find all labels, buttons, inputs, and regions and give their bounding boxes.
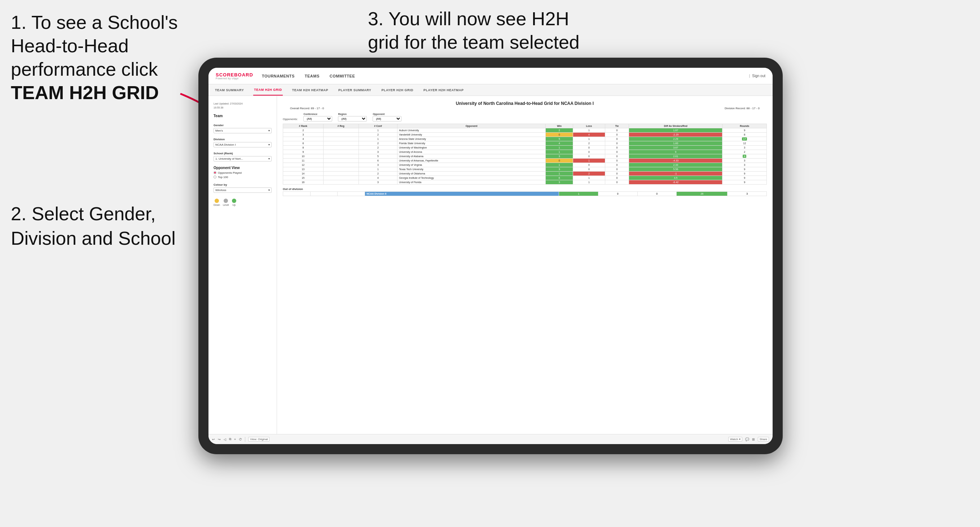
colour-by-section: Colour by Win/loss ▾ bbox=[213, 183, 272, 193]
division-select[interactable]: NCAA Division I ▾ bbox=[213, 142, 272, 148]
cell-conf: 5 bbox=[358, 154, 398, 159]
add-icon[interactable]: + bbox=[234, 438, 236, 441]
watch-button[interactable]: Watch ▾ bbox=[728, 437, 742, 441]
legend-down-label: Down bbox=[213, 204, 220, 206]
table-header-row: # Rank # Reg # Conf Opponent Win Loss Ti… bbox=[283, 124, 767, 128]
cell-opponent: Florida State University bbox=[398, 141, 546, 146]
col-win: Win bbox=[546, 124, 573, 128]
sign-out-button[interactable]: Sign out bbox=[752, 74, 765, 78]
cell-loss: 1 bbox=[573, 137, 605, 141]
nav-committee[interactable]: COMMITTEE bbox=[330, 74, 355, 78]
cell-conf: 2 bbox=[358, 141, 398, 146]
opponent-select[interactable]: (All) bbox=[372, 116, 401, 121]
radio-opponents-played[interactable]: Opponents Played bbox=[213, 171, 272, 175]
cell-conf: 2 bbox=[358, 171, 398, 176]
table-row: 15 4 Georgia Institute of Technology 6 1… bbox=[283, 176, 767, 180]
col-rounds: Rounds bbox=[722, 124, 767, 128]
opponent-view-label: Opponent View bbox=[213, 166, 272, 170]
cell-win: 3 bbox=[546, 154, 573, 159]
cell-win: 6 bbox=[546, 176, 573, 180]
cell-diff: 4.5 bbox=[629, 176, 722, 180]
app-logo: SCOREBOARD Powered by clippi bbox=[216, 73, 253, 80]
gender-select[interactable]: Men's ▾ bbox=[213, 128, 272, 133]
colour-by-value: Win/loss bbox=[215, 189, 226, 192]
out-of-division: Out of division NCAA Division II 1 0 0 bbox=[283, 187, 767, 196]
logo-text: SCOREBOARD bbox=[216, 73, 253, 77]
cell-opponent: Georgia Institute of Technology bbox=[398, 176, 546, 180]
cell-win: 1 bbox=[546, 146, 573, 150]
view-label: View: Original bbox=[250, 438, 267, 441]
share-button[interactable]: Share bbox=[758, 437, 769, 441]
opponents-label: Opponents: bbox=[283, 117, 298, 121]
cell-conf: 1 bbox=[358, 128, 398, 133]
conference-label: Conference bbox=[303, 113, 332, 115]
gender-label: Gender bbox=[213, 124, 272, 127]
cell-win: 0 bbox=[546, 159, 573, 163]
toolbar-separator bbox=[245, 437, 245, 442]
cell-rounds: 17 bbox=[722, 137, 767, 141]
cell-loss: 0 bbox=[573, 146, 605, 150]
tab-player-h2h-grid[interactable]: PLAYER H2H GRID bbox=[380, 84, 414, 95]
undo-icon[interactable]: ↩ bbox=[212, 438, 215, 441]
tab-player-h2h-heatmap[interactable]: PLAYER H2H HEATMAP bbox=[423, 84, 465, 95]
tab-team-h2h-heatmap[interactable]: TEAM H2H HEATMAP bbox=[291, 84, 329, 95]
nav-tournaments[interactable]: TOURNAMENTS bbox=[262, 74, 295, 78]
cell-reg bbox=[323, 159, 358, 163]
team-label: Team bbox=[213, 114, 272, 118]
out-diff: 26 bbox=[677, 192, 727, 196]
main-content: Last Updated: 27/03/2024 16:55:38 Team G… bbox=[208, 96, 773, 434]
comment-icon[interactable]: 💬 bbox=[745, 438, 749, 441]
cell-rank: 4 bbox=[283, 137, 323, 141]
cell-diff: 5.56 bbox=[629, 167, 722, 171]
tab-team-summary[interactable]: TEAM SUMMARY bbox=[214, 84, 245, 95]
cell-tie: 0 bbox=[605, 176, 629, 180]
copy-icon[interactable]: ⧉ bbox=[229, 437, 231, 441]
cell-opponent: Arizona State University bbox=[398, 137, 546, 141]
colour-by-select[interactable]: Win/loss ▾ bbox=[213, 187, 272, 193]
tab-team-h2h-grid[interactable]: TEAM H2H GRID bbox=[253, 84, 283, 95]
cell-rank: 8 bbox=[283, 146, 323, 150]
cell-tie: 0 bbox=[605, 137, 629, 141]
cell-diff: 9 bbox=[629, 150, 722, 154]
cell-opponent: Texas Tech University bbox=[398, 167, 546, 171]
school-select[interactable]: 1. University of Nort... ▾ bbox=[213, 156, 272, 162]
col-rank: # Rank bbox=[283, 124, 323, 128]
instruction-2: 2. Select Gender, Division and School bbox=[11, 202, 177, 251]
cell-rank: 2 bbox=[283, 128, 323, 133]
grid-icon[interactable]: ⊞ bbox=[752, 438, 755, 441]
instruction-3-text: 3. You will now see H2H grid for the tea… bbox=[368, 8, 580, 52]
legend-level-label: Level bbox=[223, 204, 229, 206]
region-select[interactable]: (All) bbox=[338, 116, 367, 121]
nav-items: TOURNAMENTS TEAMS COMMITTEE bbox=[262, 74, 749, 78]
cell-tie: 0 bbox=[605, 128, 629, 133]
redo-icon[interactable]: ↪ bbox=[218, 438, 221, 441]
view-original-button[interactable]: View: Original bbox=[248, 437, 269, 441]
radio-top100[interactable]: Top 100 bbox=[213, 176, 272, 179]
last-updated-section: Last Updated: 27/03/2024 16:55:38 bbox=[213, 102, 272, 110]
cell-rank: 3 bbox=[283, 133, 323, 137]
legend: Down Level Up bbox=[213, 198, 272, 206]
out-reg bbox=[310, 192, 337, 196]
legend-down-circle bbox=[215, 198, 219, 203]
opponent-label: Opponent bbox=[372, 113, 401, 115]
cell-reg bbox=[323, 137, 358, 141]
cell-conf: 3 bbox=[358, 163, 398, 167]
last-updated-label: Last Updated: 27/03/2024 bbox=[213, 102, 243, 105]
last-updated-time: 16:55:38 bbox=[213, 106, 223, 109]
colour-by-label: Colour by bbox=[213, 183, 272, 186]
division-section: Division NCAA Division I ▾ bbox=[213, 138, 272, 148]
instruction-1: 1. To see a School's Head-to-Head perfor… bbox=[11, 11, 213, 105]
nav-teams[interactable]: TEAMS bbox=[305, 74, 320, 78]
clock-icon[interactable]: ⏱ bbox=[239, 438, 242, 441]
cell-conf: 3 bbox=[358, 180, 398, 184]
back-icon[interactable]: ◁ bbox=[224, 438, 226, 441]
conference-select[interactable]: (All) bbox=[303, 116, 332, 121]
cell-win: 3 bbox=[546, 167, 573, 171]
cell-reg bbox=[323, 163, 358, 167]
tab-player-summary[interactable]: PLAYER SUMMARY bbox=[337, 84, 372, 95]
radio-dot-opponents bbox=[213, 171, 216, 174]
cell-rank: 10 bbox=[283, 154, 323, 159]
cell-rounds: 9 bbox=[722, 128, 767, 133]
table-row: 6 2 Florida State University 4 2 0 1.83 … bbox=[283, 141, 767, 146]
sign-out-sep: | bbox=[749, 74, 750, 78]
